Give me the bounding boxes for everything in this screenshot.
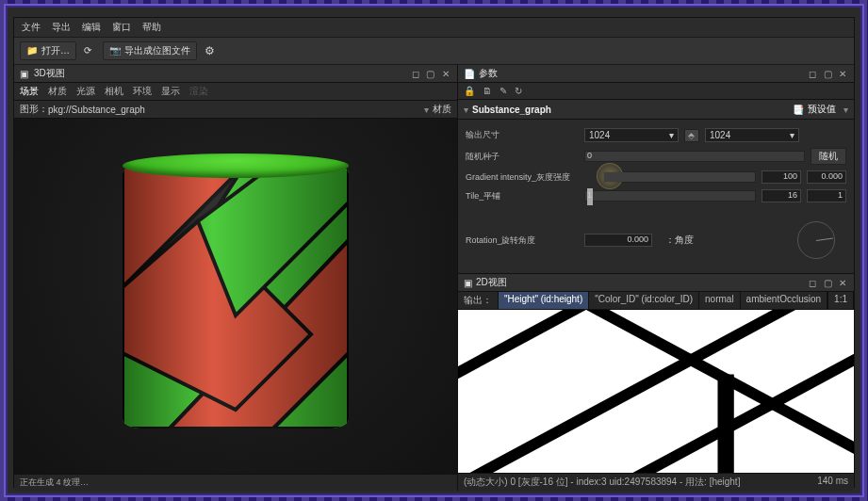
undock-icon[interactable]: ◻ — [807, 277, 818, 288]
output-tabs: 输出： "Height" (id:height) "Color_ID" (id:… — [458, 292, 854, 310]
tab-normal[interactable]: normal — [699, 292, 741, 309]
tab-one[interactable]: 1:1 — [827, 292, 854, 309]
gradient-slider[interactable]: ↖ — [603, 171, 756, 183]
export-bitmap-button[interactable]: 📷 导出成位图文件 — [103, 41, 197, 60]
params-body: 输出尺寸 1024▾ ⬘ 1024▾ 随机种子 0 随机 Gradient in… — [458, 120, 854, 273]
undock-icon[interactable]: ◻ — [807, 68, 818, 79]
view3d-icon: ▣ — [20, 69, 28, 79]
menu-file[interactable]: 文件 — [22, 21, 41, 34]
lock-icon[interactable]: 🔒 — [464, 86, 475, 96]
tab-scene[interactable]: 场景 — [20, 85, 39, 98]
gradient-val[interactable]: 100 — [762, 170, 801, 184]
refresh-icon[interactable]: ⟳ — [84, 45, 95, 57]
folder-icon: 📁 — [26, 45, 38, 57]
cylinder-mesh — [123, 146, 349, 447]
substance-graph-title: Substance_graph — [472, 105, 551, 115]
tile-label: Tile_平铺 — [466, 190, 579, 202]
tile-b[interactable]: 1 — [807, 189, 846, 202]
maximize-icon[interactable]: ▢ — [425, 68, 436, 79]
pencil-icon[interactable]: ✎ — [500, 86, 507, 96]
view2d-title: 2D视图 — [476, 276, 507, 289]
viewport-3d[interactable] — [14, 119, 457, 474]
tab-light[interactable]: 光源 — [76, 85, 95, 98]
tab-height[interactable]: "Height" (id:height) — [499, 292, 589, 309]
maximize-icon[interactable]: ▢ — [822, 68, 833, 79]
tab-env[interactable]: 环境 — [133, 85, 152, 98]
maximize-icon[interactable]: ▢ — [822, 277, 833, 288]
material-label: 材质 — [433, 103, 451, 116]
tile-slider[interactable]: 1 — [584, 190, 756, 202]
gradient-float[interactable]: 0.000 — [807, 170, 846, 184]
tab-display[interactable]: 显示 — [161, 85, 180, 98]
doc-icon: 📄 — [464, 69, 475, 79]
chevron-down-icon: ▾ — [669, 130, 674, 140]
camera-icon: 📷 — [109, 45, 121, 57]
chevron-down-icon[interactable]: ▾ — [843, 105, 848, 115]
output-size-a[interactable]: 1024▾ — [584, 128, 679, 142]
seed-input[interactable]: 0 — [584, 151, 805, 162]
file-icon[interactable]: 🗎 — [483, 86, 492, 96]
out-label: 输出： — [458, 292, 499, 309]
seed-label: 随机种子 — [466, 151, 579, 163]
output-size-label: 输出尺寸 — [466, 129, 579, 141]
menu-help[interactable]: 帮助 — [142, 21, 161, 34]
menu-export[interactable]: 导出 — [52, 21, 71, 34]
status-right-ms: 140 ms — [817, 476, 848, 489]
menu-edit[interactable]: 编辑 — [82, 21, 101, 34]
menubar: 文件 导出 编辑 窗口 帮助 — [14, 18, 854, 37]
graph-dropdown-icon[interactable]: ▾ — [424, 105, 429, 115]
graph-path: pkg://Substance_graph — [48, 105, 145, 115]
tab-renderer[interactable]: 渲染 — [189, 85, 208, 98]
preset-label[interactable]: 预设值 — [808, 103, 836, 116]
rotation-val[interactable]: 0.000 — [584, 234, 652, 247]
tab-ao[interactable]: ambientOcclusion — [741, 292, 827, 309]
open-label: 打开… — [41, 44, 70, 57]
link-icon[interactable]: ⬘ — [684, 129, 699, 142]
angle-wheel[interactable] — [797, 221, 835, 259]
collapse-icon[interactable]: ▾ — [464, 105, 468, 115]
angle-label: ：角度 — [665, 234, 694, 247]
gear-icon[interactable]: ⚙ — [205, 44, 215, 57]
tab-colorid[interactable]: "Color_ID" (id:color_ID) — [589, 292, 699, 309]
output-size-b[interactable]: 1024▾ — [705, 128, 799, 142]
random-button[interactable]: 随机 — [811, 148, 846, 165]
graph-label: 图形： — [20, 103, 48, 116]
open-button[interactable]: 📁 打开… — [20, 41, 76, 60]
params-header-title: 参数 — [479, 67, 498, 80]
close-icon[interactable]: ✕ — [440, 68, 451, 79]
view2d-icon: ▣ — [464, 278, 472, 288]
undock-icon[interactable]: ◻ — [410, 68, 421, 79]
close-icon[interactable]: ✕ — [837, 277, 848, 288]
view3d-title: 3D视图 — [34, 67, 65, 80]
preset-icon: 📑 — [793, 105, 804, 115]
tile-a[interactable]: 16 — [762, 189, 801, 202]
close-icon[interactable]: ✕ — [837, 68, 848, 79]
clock-icon[interactable]: ↻ — [515, 86, 522, 96]
status-left: 正在生成 4 纹理… — [14, 474, 457, 491]
cursor-icon: ↖ — [610, 170, 618, 183]
menu-window[interactable]: 窗口 — [112, 21, 131, 34]
view3d-tabs: 场景 材质 光源 相机 环境 显示 渲染 — [14, 83, 457, 101]
export-bitmap-label: 导出成位图文件 — [124, 44, 190, 57]
chevron-down-icon: ▾ — [790, 130, 794, 140]
status-right-main: (动态大小) 0 [灰度-16 位] - index:3 uid:2497583… — [464, 476, 740, 489]
viewport-2d[interactable] — [458, 310, 854, 473]
tab-camera[interactable]: 相机 — [105, 85, 123, 98]
rotation-label: Rotation_旋转角度 — [466, 234, 579, 247]
tab-material[interactable]: 材质 — [48, 85, 67, 98]
view3d-panel: ▣ 3D视图 ◻ ▢ ✕ 场景 材质 光源 相机 环境 显示 渲染 图形： pk… — [14, 65, 458, 491]
params-iconbar: 🔒 🗎 ✎ ↻ — [458, 83, 854, 100]
gradient-label: Gradient intensity_灰度强度 — [466, 171, 598, 184]
status-right: (动态大小) 0 [灰度-16 位] - index:3 uid:2497583… — [458, 473, 854, 491]
toolbar: 📁 打开… ⟳ 📷 导出成位图文件 ⚙ — [14, 37, 854, 65]
